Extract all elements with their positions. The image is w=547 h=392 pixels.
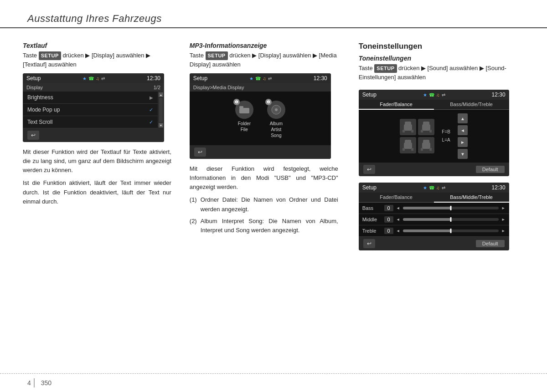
album-icon bbox=[271, 105, 281, 115]
arr-left[interactable]: ◄ bbox=[458, 125, 468, 135]
mp3-heading: MP3-Informationsanzeige bbox=[190, 42, 338, 49]
bmt-middle-row: Middle 0 ◄ ► bbox=[359, 214, 509, 225]
back-btn-1[interactable]: ↩ bbox=[27, 131, 39, 140]
screen-scroll-1: Brightness ▶ Mode Pop up ✓ Text Scroll ✓… bbox=[23, 92, 164, 128]
bmt-bass-right[interactable]: ► bbox=[501, 206, 506, 210]
screen-sub-1: Display 1/2 bbox=[23, 83, 164, 92]
scroll-track bbox=[159, 98, 163, 122]
bmt-bass-slider[interactable] bbox=[403, 207, 499, 209]
fb-screen-header: Setup ★ ☎ ♫ ⇄ 12:30 bbox=[359, 90, 509, 100]
back-btn-3[interactable]: ↩ bbox=[363, 165, 375, 174]
svg-rect-1 bbox=[239, 106, 243, 108]
default-btn-1[interactable]: Default bbox=[476, 166, 505, 173]
fb-arrows[interactable]: ▲ ◄ ► ▼ bbox=[458, 113, 468, 159]
svg-rect-19 bbox=[429, 148, 432, 151]
bmt-treble-right[interactable]: ► bbox=[501, 229, 506, 233]
screen-time-2: 12:30 bbox=[314, 75, 327, 81]
bmt-treble-left[interactable]: ◄ bbox=[396, 229, 400, 233]
list-num-2: (2) bbox=[190, 217, 199, 235]
svg-rect-0 bbox=[239, 108, 249, 113]
main-content: Textlauf Taste SETUP drücken ▶ [Display]… bbox=[0, 42, 547, 257]
col-textlauf: Textlauf Taste SETUP drücken ▶ [Display]… bbox=[18, 42, 181, 257]
fb-grid-area: F=B L=A ▲ ◄ ► ▼ bbox=[359, 110, 509, 163]
svg-rect-5 bbox=[405, 122, 411, 125]
scroll-down-btn[interactable]: ▼ bbox=[159, 123, 163, 127]
album-circle: ❷ bbox=[267, 101, 285, 119]
svg-point-3 bbox=[275, 108, 278, 111]
menu-item-brightness[interactable]: Brightness ▶ bbox=[23, 92, 158, 104]
menu-brightness-label: Brightness bbox=[27, 94, 53, 101]
svg-rect-13 bbox=[405, 140, 411, 143]
tab-bass-middle-treble[interactable]: Bass/Middle/Treble bbox=[434, 100, 509, 110]
arr-right[interactable]: ► bbox=[458, 137, 468, 147]
seat-fl bbox=[400, 119, 416, 135]
textlauf-body1: Mit dieser Funktion wird der Textlauf fü… bbox=[23, 148, 171, 175]
menu-item-modepopup[interactable]: Mode Pop up ✓ bbox=[23, 104, 158, 116]
fb-mu-icon: ♫ bbox=[436, 92, 440, 97]
arrows-icon: ⇄ bbox=[101, 76, 105, 81]
bmt-tab-fader[interactable]: Fader/Balance bbox=[359, 193, 434, 203]
bmt-bass-fill bbox=[403, 207, 451, 209]
bmt-middle-left[interactable]: ◄ bbox=[396, 217, 400, 222]
mp3-instruction: Taste SETUP drücken ▶ [Display] auswähle… bbox=[190, 51, 338, 69]
page-indicator-1: 1/2 bbox=[154, 85, 160, 90]
screen-footer-1: ↩ bbox=[23, 128, 164, 142]
menu-item-textscroll[interactable]: Text Scroll ✓ bbox=[23, 116, 158, 128]
screen-bmt: Setup ★ ☎ ♫ ⇄ 12:30 Fader/Balance Bass/M… bbox=[359, 183, 509, 250]
fb-label-la: L=A bbox=[442, 137, 450, 143]
setup-btn-2: SETUP bbox=[206, 51, 228, 60]
fb-time: 12:30 bbox=[492, 92, 506, 98]
tab-fader-balance[interactable]: Fader/Balance bbox=[359, 100, 434, 110]
screen-fader: Setup ★ ☎ ♫ ⇄ 12:30 Fader/Balance Bass/M… bbox=[359, 90, 509, 176]
fb-bt-icon: ★ bbox=[423, 92, 427, 97]
seat-grid bbox=[400, 119, 434, 153]
scrollbar-1[interactable]: ▲ ▼ bbox=[158, 92, 164, 128]
menu-textscroll-check: ✓ bbox=[149, 119, 153, 125]
svg-rect-6 bbox=[403, 130, 405, 132]
bmt-treble-fill bbox=[403, 229, 451, 232]
bmt-treble-slider[interactable] bbox=[403, 229, 499, 232]
phone-icon: ☎ bbox=[88, 76, 94, 81]
bmt-middle-slider[interactable] bbox=[403, 218, 499, 221]
back-btn-2[interactable]: ↩ bbox=[194, 148, 206, 157]
footer-page: 4 bbox=[27, 379, 31, 387]
fb-label-fb: F=B bbox=[442, 129, 450, 135]
svg-rect-11 bbox=[429, 130, 432, 132]
bmt-ph-icon: ☎ bbox=[429, 185, 434, 190]
ton-heading: Toneinstellungen bbox=[359, 42, 522, 51]
bmt-rows-area: Bass 0 ◄ ► Middle 0 ◄ bbox=[359, 203, 509, 237]
menu-brightness-arrow: ▶ bbox=[150, 95, 153, 100]
tone-section: Toneinstellungen Taste SETUP drücken ▶ [… bbox=[359, 55, 522, 81]
svg-rect-12 bbox=[404, 143, 412, 149]
screen-sub-2: Display>Media Display bbox=[190, 83, 331, 92]
menu-modepopup-check: ✓ bbox=[149, 107, 153, 113]
bmt-middle-right[interactable]: ► bbox=[501, 217, 506, 222]
bmt-bass-value: 0 bbox=[384, 205, 393, 211]
screen-header-2: Setup ★ ☎ ♫ ⇄ 12:30 bbox=[190, 73, 331, 83]
back-btn-4[interactable]: ↩ bbox=[363, 239, 375, 248]
arr-down[interactable]: ▼ bbox=[458, 149, 468, 159]
bmt-middle-fill bbox=[403, 218, 451, 221]
screen-title-1: Setup bbox=[26, 75, 41, 81]
fb-tabs: Fader/Balance Bass/Middle/Treble bbox=[359, 100, 509, 110]
media-item-folder[interactable]: ❶ FolderFile bbox=[235, 101, 253, 138]
bmt-header-icons: ★ ☎ ♫ ⇄ bbox=[423, 185, 445, 190]
svg-rect-15 bbox=[411, 148, 413, 151]
bmt-treble-value: 0 bbox=[384, 228, 393, 234]
default-btn-2[interactable]: Default bbox=[476, 240, 505, 247]
svg-rect-10 bbox=[421, 130, 423, 132]
arr-up[interactable]: ▲ bbox=[458, 113, 468, 123]
bmt-bass-thumb bbox=[450, 206, 451, 210]
svg-rect-16 bbox=[422, 143, 430, 149]
textlauf-instruction: Taste SETUP drücken ▶ [Display] auswähle… bbox=[23, 51, 171, 69]
music-icon-2: ♫ bbox=[263, 76, 266, 81]
bmt-tab-bmt[interactable]: Bass/Middle/Treble bbox=[434, 193, 509, 203]
seat-icon-fr bbox=[421, 121, 432, 133]
badge-2: ❷ bbox=[265, 99, 272, 105]
list-text-2: Album Interpret Song: Die Namen von Albu… bbox=[201, 217, 338, 235]
list-num-1: (1) bbox=[190, 195, 199, 214]
scroll-up-btn[interactable]: ▲ bbox=[159, 92, 163, 97]
bmt-bass-left[interactable]: ◄ bbox=[396, 206, 400, 210]
svg-rect-18 bbox=[421, 148, 423, 151]
media-item-album[interactable]: ❷ AlbumArtistSong bbox=[267, 101, 285, 138]
